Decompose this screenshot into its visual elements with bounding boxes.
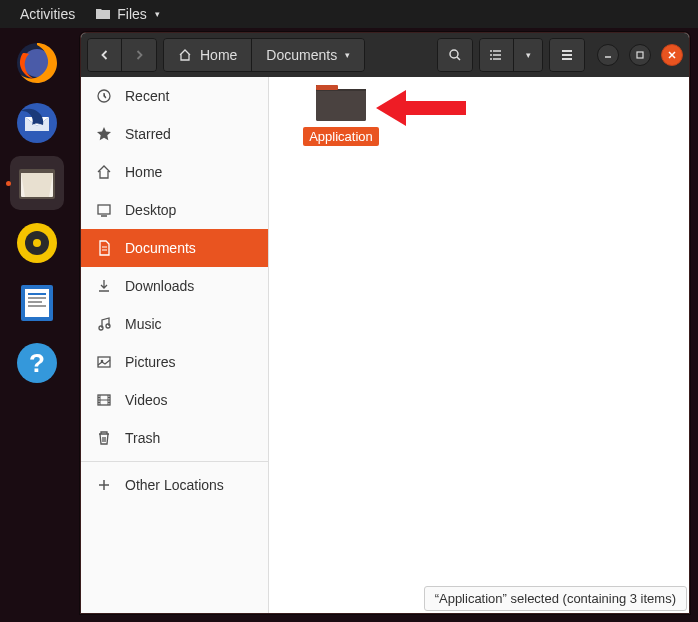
sidebar-item-label: Documents xyxy=(125,240,196,256)
window-controls xyxy=(597,44,683,66)
dock-files[interactable] xyxy=(10,156,64,210)
sidebar-item-label: Pictures xyxy=(125,354,176,370)
sidebar-item-label: Videos xyxy=(125,392,168,408)
home-icon xyxy=(178,48,192,62)
svg-point-17 xyxy=(490,50,492,52)
menu-group xyxy=(549,38,585,72)
maximize-button[interactable] xyxy=(629,44,651,66)
files-icon xyxy=(95,6,111,22)
headerbar: Home Documents ▾ ▾ xyxy=(81,33,689,77)
clock-icon xyxy=(95,87,113,105)
sidebar: Recent Starred Home Desktop Documents Do… xyxy=(81,77,269,613)
gnome-topbar: Activities Files ▾ xyxy=(0,0,698,28)
music-icon xyxy=(95,315,113,333)
sidebar-item-label: Music xyxy=(125,316,162,332)
svg-rect-12 xyxy=(28,301,42,303)
activities-label: Activities xyxy=(20,6,75,22)
svg-point-24 xyxy=(106,324,110,328)
files-label: Files xyxy=(117,6,147,22)
hamburger-menu-button[interactable] xyxy=(550,39,584,71)
sidebar-item-other-locations[interactable]: Other Locations xyxy=(81,466,268,504)
dock-rhythmbox[interactable] xyxy=(10,216,64,270)
desktop-icon xyxy=(95,201,113,219)
svg-point-18 xyxy=(490,54,492,56)
svg-rect-13 xyxy=(28,305,46,307)
svg-point-23 xyxy=(99,326,103,330)
dock-writer[interactable] xyxy=(10,276,64,330)
search-button[interactable] xyxy=(438,39,472,71)
dock-firefox[interactable] xyxy=(10,36,64,90)
plus-icon xyxy=(95,476,113,494)
folder-label: Application xyxy=(303,127,379,146)
forward-button[interactable] xyxy=(122,39,156,71)
sidebar-item-label: Trash xyxy=(125,430,160,446)
svg-rect-10 xyxy=(28,293,46,295)
sidebar-item-label: Home xyxy=(125,164,162,180)
status-bar: “Application” selected (containing 3 ite… xyxy=(424,586,687,611)
svg-point-16 xyxy=(450,50,458,58)
svg-text:?: ? xyxy=(29,348,45,378)
list-view-button[interactable] xyxy=(480,39,514,71)
sidebar-item-music[interactable]: Music xyxy=(81,305,268,343)
close-button[interactable] xyxy=(661,44,683,66)
path-bar: Home Documents ▾ xyxy=(163,38,365,72)
star-icon xyxy=(95,125,113,143)
sidebar-item-home[interactable]: Home xyxy=(81,153,268,191)
svg-rect-11 xyxy=(28,297,46,299)
sidebar-item-label: Other Locations xyxy=(125,477,224,493)
document-icon xyxy=(95,239,113,257)
svg-rect-22 xyxy=(98,205,110,214)
main-view[interactable]: Application “Application” selected (cont… xyxy=(269,77,689,613)
svg-rect-28 xyxy=(316,85,338,90)
sidebar-separator xyxy=(81,461,268,462)
running-indicator xyxy=(6,181,11,186)
dock-thunderbird[interactable] xyxy=(10,96,64,150)
sidebar-item-label: Desktop xyxy=(125,202,176,218)
folder-icon xyxy=(314,79,368,123)
content-area: Recent Starred Home Desktop Documents Do… xyxy=(81,77,689,613)
sidebar-item-trash[interactable]: Trash xyxy=(81,419,268,457)
sidebar-item-label: Starred xyxy=(125,126,171,142)
nav-group xyxy=(87,38,157,72)
picture-icon xyxy=(95,353,113,371)
files-menu[interactable]: Files ▾ xyxy=(85,6,170,22)
view-dropdown-button[interactable]: ▾ xyxy=(514,39,542,71)
path-home[interactable]: Home xyxy=(164,39,252,71)
chevron-down-icon: ▾ xyxy=(345,50,350,60)
sidebar-item-downloads[interactable]: Downloads xyxy=(81,267,268,305)
chevron-down-icon: ▾ xyxy=(526,50,531,60)
sidebar-item-pictures[interactable]: Pictures xyxy=(81,343,268,381)
sidebar-item-label: Downloads xyxy=(125,278,194,294)
home-icon xyxy=(95,163,113,181)
minimize-button[interactable] xyxy=(597,44,619,66)
chevron-down-icon: ▾ xyxy=(155,9,160,19)
sidebar-item-starred[interactable]: Starred xyxy=(81,115,268,153)
dock-help[interactable]: ? xyxy=(10,336,64,390)
sidebar-item-recent[interactable]: Recent xyxy=(81,77,268,115)
sidebar-item-label: Recent xyxy=(125,88,169,104)
svg-point-7 xyxy=(33,239,41,247)
path-home-label: Home xyxy=(200,47,237,63)
sidebar-item-documents[interactable]: Documents xyxy=(81,229,268,267)
sidebar-item-desktop[interactable]: Desktop xyxy=(81,191,268,229)
download-icon xyxy=(95,277,113,295)
search-group xyxy=(437,38,473,72)
view-group: ▾ xyxy=(479,38,543,72)
files-window: Home Documents ▾ ▾ xyxy=(80,32,690,614)
dock: ? xyxy=(4,28,70,621)
svg-rect-20 xyxy=(637,52,643,58)
status-text: “Application” selected (containing 3 ite… xyxy=(435,591,676,606)
path-documents-label: Documents xyxy=(266,47,337,63)
activities-button[interactable]: Activities xyxy=(10,6,85,22)
folder-application[interactable]: Application xyxy=(299,79,383,146)
svg-point-19 xyxy=(490,58,492,60)
sidebar-item-videos[interactable]: Videos xyxy=(81,381,268,419)
path-documents[interactable]: Documents ▾ xyxy=(252,39,364,71)
trash-icon xyxy=(95,429,113,447)
back-button[interactable] xyxy=(88,39,122,71)
video-icon xyxy=(95,391,113,409)
